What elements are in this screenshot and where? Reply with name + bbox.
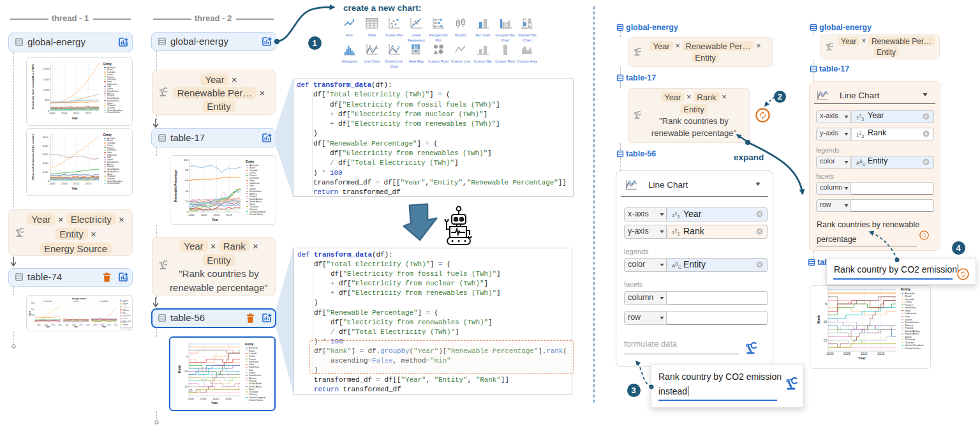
svg-text:2010: 2010 (51, 324, 55, 326)
svg-text:Entity: Entity (103, 63, 112, 66)
svg-text:2000: 2000 (65, 324, 69, 326)
svg-text:Rank: Rank (177, 365, 181, 373)
svg-text:8,00..: 8,00.. (43, 144, 49, 147)
svg-text:2015: 2015 (877, 352, 884, 356)
svg-text:2015: 2015 (225, 397, 232, 400)
svg-text:nuclear: nuclear (73, 300, 78, 303)
svg-text:Rank: Rank (817, 314, 820, 324)
svg-text:United States: United States (249, 213, 264, 216)
svg-text:4,00..: 4,00.. (43, 162, 49, 165)
svg-text:Value: Value (29, 310, 31, 315)
svg-text:Year: Year (71, 117, 78, 120)
svg-text:5: 5 (186, 355, 188, 358)
svg-text:500: 500 (45, 98, 50, 101)
svg-text:60: 60 (185, 179, 188, 182)
svg-text:100: 100 (184, 158, 189, 162)
svg-text:Year: Year (74, 326, 78, 328)
svg-text:2000: 2000 (49, 182, 56, 185)
svg-text:Year: Year (46, 326, 50, 328)
svg-text:Year: Year (102, 326, 107, 328)
svg-text:2,00: 2,00 (31, 314, 35, 317)
svg-text:0: 0 (34, 320, 35, 323)
svg-text:United States: United States (905, 347, 921, 350)
svg-text:2000: 2000 (188, 213, 195, 216)
svg-text:2005: 2005 (61, 112, 68, 115)
svg-text:United States: United States (122, 328, 132, 330)
svg-text:Year: Year (211, 401, 218, 405)
svg-text:Electricity from renewables (T: Electricity from renewables (TWh) (31, 64, 34, 109)
svg-text:United States: United States (107, 182, 121, 184)
svg-text:Year: Year (71, 187, 78, 190)
svg-text:1,500: 1,500 (43, 78, 50, 81)
svg-text:1,000: 1,000 (43, 88, 50, 91)
svg-text:2000: 2000 (49, 112, 56, 115)
svg-text:10: 10 (184, 370, 188, 373)
svg-text:2015: 2015 (114, 324, 118, 326)
svg-text:2010: 2010 (214, 213, 220, 216)
svg-text:renewables: renewables (100, 300, 109, 303)
svg-text:Entity: Entity (103, 133, 112, 137)
svg-text:15: 15 (184, 385, 188, 388)
svg-text:2010: 2010 (213, 397, 219, 400)
svg-text:Value co2 emissions kt by coun: Value co2 emissions kt by country (31, 134, 34, 180)
svg-text:2000: 2000 (188, 397, 194, 400)
svg-text:2000: 2000 (826, 352, 833, 356)
svg-text:Year: Year (212, 218, 218, 222)
svg-text:2015: 2015 (86, 324, 90, 326)
svg-text:6,00..: 6,00.. (43, 153, 49, 156)
svg-text:Year: Year (858, 356, 866, 360)
svg-text:2,000: 2,000 (43, 67, 50, 70)
svg-text:2010: 2010 (73, 182, 80, 185)
svg-text:United States: United States (107, 111, 121, 114)
svg-text:2010: 2010 (79, 324, 83, 326)
svg-text:4,00: 4,00 (31, 308, 35, 311)
svg-text:2010: 2010 (73, 112, 80, 115)
svg-text:2000: 2000 (37, 324, 41, 326)
svg-text:6,00: 6,00 (31, 302, 35, 304)
svg-text:2000: 2000 (93, 324, 97, 326)
svg-text:10: 10 (823, 320, 827, 324)
svg-text:2015: 2015 (85, 112, 91, 115)
svg-text:10,0..: 10,0.. (43, 135, 49, 139)
svg-text:Entity: Entity (246, 160, 255, 163)
svg-text:2015: 2015 (85, 182, 91, 185)
svg-text:40: 40 (185, 190, 188, 193)
svg-text:2005: 2005 (200, 397, 207, 400)
svg-text:2005: 2005 (61, 182, 68, 185)
svg-text:2005: 2005 (201, 213, 207, 216)
svg-text:2015: 2015 (226, 213, 233, 216)
svg-text:20: 20 (185, 200, 188, 203)
svg-text:fossil fuels: fossil fuels (43, 300, 52, 303)
svg-text:15: 15 (823, 338, 827, 342)
svg-text:5: 5 (825, 302, 827, 306)
svg-text:Entity: Entity (245, 343, 254, 346)
svg-text:2010: 2010 (107, 324, 111, 326)
svg-text:2005: 2005 (843, 352, 850, 356)
svg-text:Entity: Entity (901, 287, 910, 291)
svg-text:80: 80 (185, 169, 188, 172)
svg-text:United States: United States (249, 399, 263, 402)
svg-text:Renewable Percentage: Renewable Percentage (174, 170, 177, 202)
svg-text:2010: 2010 (861, 352, 868, 356)
svg-text:2,00..: 2,00.. (43, 170, 49, 174)
svg-text:2015: 2015 (58, 324, 62, 326)
